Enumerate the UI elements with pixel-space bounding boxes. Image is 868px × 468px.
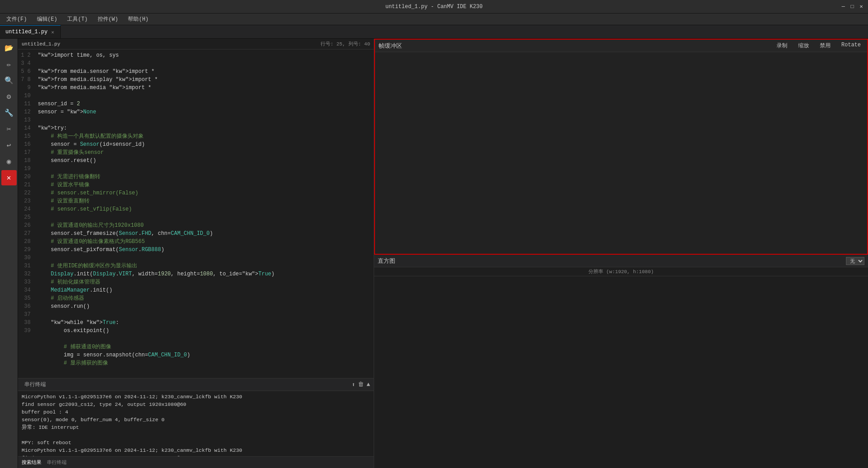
histogram-stats-red: 平均数 98 中位数 99 众数 99 StDev 49 xyxy=(374,347,868,365)
editor-area: untitled_1.py 行号: 25, 列号: 40 1 2 3 4 5 6… xyxy=(18,39,374,468)
tab-label: untitled_1.py xyxy=(5,29,48,35)
histogram-green-canvas xyxy=(374,384,868,455)
camera-view: 帧缓冲区 录制 缩放 禁用 Rotate xyxy=(374,39,868,255)
stat-value-uq-r: 123 xyxy=(469,372,478,378)
close-button[interactable]: ✕ xyxy=(858,4,864,10)
stat-label-stdev-r: StDev xyxy=(475,354,490,360)
menu-help[interactable]: 帮助(H) xyxy=(123,14,153,24)
search-tab-serial[interactable]: 串行终端 xyxy=(47,459,67,466)
stat-label-avg-g: 平均数 xyxy=(380,461,394,468)
camera-zoom-button[interactable]: 缩放 xyxy=(796,41,812,50)
camera-header: 帧缓冲区 录制 缩放 禁用 Rotate xyxy=(375,40,867,52)
console-icon-upload[interactable]: ⬆ xyxy=(352,381,355,388)
menu-edit[interactable]: 编辑(E) xyxy=(32,14,62,24)
console-line xyxy=(22,431,370,439)
title-bar-title: untitled_1.py - CanMV IDE K230 xyxy=(4,4,864,10)
sidebar-icon-stop[interactable]: ✕ xyxy=(1,170,17,185)
search-bar: 搜索结果 串行终端 xyxy=(18,456,374,468)
sidebar-icon-record[interactable]: ◉ xyxy=(1,154,17,169)
stat-label-lq-r: LQ xyxy=(436,372,442,378)
histogram-content: 平均数 98 中位数 99 众数 99 StDev 49 xyxy=(374,276,868,468)
histogram-stats-green: 平均数 103 中位数 97 众数 93 StDev 52 xyxy=(374,455,868,468)
console-area: 串行终端 ⬆ 🗑 ▲ MicroPython v1.1-1-g0295137e6… xyxy=(18,378,374,468)
camera-controls: 录制 缩放 禁用 Rotate xyxy=(774,41,863,50)
sidebar-icon-tools[interactable]: 🔧 xyxy=(1,105,17,121)
stat-value-mode-r: 99 xyxy=(458,354,464,360)
menu-controls[interactable]: 控件(W) xyxy=(93,14,123,24)
histogram-header: 直方图 无 xyxy=(374,255,868,267)
stat-label-min-r: 最小 xyxy=(380,371,389,378)
code-editor[interactable]: 1 2 3 4 5 6 7 8 9 10 11 12 13 14 15 16 1… xyxy=(18,50,374,378)
stat-label-med-g: 中位数 xyxy=(416,461,431,468)
histogram-resolution: 分辨率 (w:1920, h:1080) xyxy=(374,267,868,276)
sidebar-icon-search[interactable]: 🔍 xyxy=(1,73,17,88)
title-bar: untitled_1.py - CanMV IDE K230 — □ ✕ xyxy=(0,0,868,14)
stat-value-avg-g: 103 xyxy=(396,462,405,467)
histogram-select[interactable]: 无 xyxy=(846,257,864,265)
console-header: 串行终端 ⬆ 🗑 ▲ xyxy=(18,378,374,391)
editor-position: 行号: 25, 列号: 40 xyxy=(321,40,370,47)
histogram-title: 直方图 xyxy=(378,257,395,265)
minimize-button[interactable]: — xyxy=(840,4,846,10)
stat-label-mode-r: 众数 xyxy=(446,353,456,360)
stat-label-stdev-g: StDev xyxy=(478,462,493,467)
stat-value-max-r: 255 xyxy=(417,372,426,378)
stat-value-stdev-r: 49 xyxy=(492,354,497,360)
console-line: find sensor gc2093_cs12, type 24, output… xyxy=(22,400,370,408)
main-layout: 📂 ✏️ 🔍 ⚙️ 🔧 ✂️ ↩ ◉ ✕ untitled_1.py 行号: 2… xyxy=(0,39,868,468)
tab-untitled[interactable]: untitled_1.py ✕ xyxy=(0,25,61,38)
stat-group-avg-g: 平均数 103 中位数 97 众数 93 StDev 52 xyxy=(380,461,863,468)
stat-value-lq-r: 58 xyxy=(444,372,450,378)
camera-image-area xyxy=(375,52,867,254)
console-line: MicroPython v1.1-1-g0295137e6 on 2024-11… xyxy=(22,446,370,454)
histogram-canvas-green xyxy=(374,384,868,455)
left-sidebar: 📂 ✏️ 🔍 ⚙️ 🔧 ✂️ ↩ ◉ ✕ xyxy=(0,39,18,468)
tab-bar: untitled_1.py ✕ xyxy=(0,25,868,39)
console-line: buffer pool : 4 xyxy=(22,408,370,416)
console-line: MPY: soft reboot xyxy=(22,439,370,446)
sidebar-icon-undo[interactable]: ↩ xyxy=(1,138,17,153)
title-bar-controls: — □ ✕ xyxy=(840,4,864,10)
menu-tools[interactable]: 工具(T) xyxy=(63,14,92,24)
console-icon-clear[interactable]: 🗑 xyxy=(358,381,364,388)
stat-value-med-g: 97 xyxy=(433,462,439,467)
stat-value-stdev-g: 52 xyxy=(494,462,500,467)
camera-disable-button[interactable]: 禁用 xyxy=(817,41,833,50)
tab-close-button[interactable]: ✕ xyxy=(50,29,55,36)
console-content[interactable]: MicroPython v1.1-1-g0295137e6 on 2024-11… xyxy=(18,391,374,456)
sidebar-icon-edit[interactable]: ✏️ xyxy=(1,57,17,72)
stat-label-med-r: 中位数 xyxy=(413,353,428,360)
menu-file[interactable]: 文件(F) xyxy=(2,14,32,24)
line-numbers: 1 2 3 4 5 6 7 8 9 10 11 12 13 14 15 16 1… xyxy=(18,50,34,378)
stat-value-min-r: 0 xyxy=(391,372,394,378)
stat-label-mode-g: 众数 xyxy=(449,461,459,468)
right-panel: 帧缓冲区 录制 缩放 禁用 Rotate 直方图 无 分辨率 xyxy=(374,39,868,468)
code-content[interactable]: "kw">import time, os, sys "kw">from medi… xyxy=(34,50,374,378)
search-tab-results[interactable]: 搜索结果 xyxy=(22,459,41,466)
sidebar-icon-folder[interactable]: 📂 xyxy=(1,40,17,56)
histogram-stats2-red: 最小 0 最大 255 LQ 58 UQ 123 xyxy=(374,365,868,383)
console-header-icons: ⬆ 🗑 ▲ xyxy=(352,381,370,388)
camera-canvas xyxy=(375,52,867,254)
maximize-button[interactable]: □ xyxy=(849,4,855,10)
sidebar-icon-settings[interactable]: ⚙️ xyxy=(1,89,17,104)
sidebar-icon-cut[interactable]: ✂️ xyxy=(1,122,17,137)
stat-value-avg-r: 98 xyxy=(396,354,402,360)
camera-title: 帧缓冲区 xyxy=(379,42,402,50)
histogram-channel-red: 平均数 98 中位数 99 众数 99 StDev 49 xyxy=(374,276,868,384)
console-line: sensor(0), mode 0, buffer_num 4, buffer_… xyxy=(22,416,370,423)
editor-statusbar: untitled_1.py 行号: 25, 列号: 40 xyxy=(18,39,374,50)
stat-label-avg-r: 平均数 xyxy=(380,353,394,360)
histogram-red-canvas xyxy=(374,276,868,347)
camera-rotate-button[interactable]: Rotate xyxy=(839,41,863,50)
console-icon-collapse[interactable]: ▲ xyxy=(366,381,370,388)
stat-value-mode-g: 93 xyxy=(461,462,467,467)
histogram-channel-green: 平均数 103 中位数 97 众数 93 StDev 52 xyxy=(374,384,868,468)
stat-label-uq-r: UQ xyxy=(461,372,467,378)
console-line: 异常: IDE interrupt xyxy=(22,423,370,431)
camera-record-button[interactable]: 录制 xyxy=(774,41,790,50)
histogram-panel: 直方图 无 分辨率 (w:1920, h:1080) 平均数 98 xyxy=(374,255,868,468)
console-tab-run[interactable]: 串行终端 xyxy=(22,381,49,388)
stat-group-avg-r: 平均数 98 中位数 99 众数 99 StDev 49 xyxy=(380,353,863,360)
stat-group2-r: 最小 0 最大 255 LQ 58 UQ 123 xyxy=(380,371,863,378)
